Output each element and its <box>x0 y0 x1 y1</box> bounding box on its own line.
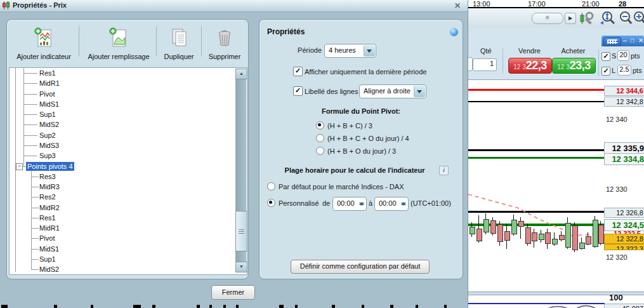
formula-radio[interactable] <box>316 147 324 155</box>
formula-radio[interactable] <box>316 121 324 130</box>
line-labels-checkbox[interactable]: ✓ <box>293 86 303 96</box>
clipped-text-fragment <box>54 305 57 308</box>
align-dropdown[interactable]: Aligner à droite <box>359 84 426 98</box>
divider <box>79 26 79 57</box>
clipped-text-fragment <box>197 305 200 308</box>
sell-button[interactable]: 12 322,3 <box>508 58 552 74</box>
last-period-checkbox[interactable]: ✓ <box>293 67 303 76</box>
tree-item[interactable]: Pivot <box>38 234 56 243</box>
quantity-input[interactable]: 1 <box>473 58 497 71</box>
tree-item[interactable]: MidS2 <box>38 265 60 274</box>
tree-scrollbar[interactable]: ▲ ▼ <box>235 69 246 272</box>
tree-item[interactable]: Sup2 <box>38 131 57 140</box>
minimize-icon[interactable]: – <box>623 36 627 46</box>
tree-item[interactable]: Sup1 <box>38 255 57 264</box>
tree-item[interactable]: MidS1 <box>38 244 60 253</box>
stop-points-input[interactable]: 20 <box>617 50 629 61</box>
divider <box>503 48 503 73</box>
axis-price-ms1-daily: 12 334,8 <box>604 153 644 165</box>
tree-item-selected[interactable]: Points pivots 4 <box>26 162 74 171</box>
time-from-spinner[interactable]: 00:00 <box>332 197 367 211</box>
candle-body <box>572 225 578 250</box>
chevron-down-icon[interactable] <box>414 86 425 97</box>
dialog-titlebar[interactable]: Propriétés - Prix ✕ <box>0 0 468 12</box>
help-bubble-icon[interactable] <box>450 28 458 36</box>
scroll-thumb[interactable] <box>235 211 247 251</box>
tree-item[interactable]: MidR2 <box>38 203 61 212</box>
formula-option-label: (H + B + C) / 3 <box>327 122 372 130</box>
clipped-text-fragment <box>223 305 226 308</box>
info-icon[interactable]: i <box>439 166 449 175</box>
candle-body <box>532 232 537 241</box>
timeframe-selector[interactable]: ≡ <box>532 13 563 24</box>
add-fill-button[interactable]: Ajouter remplissage <box>83 25 154 62</box>
indicator-tree[interactable]: Res1MidR1PivotMidS1Sup1MidS2Sup2MidS3Sup… <box>9 67 247 275</box>
add-fill-icon <box>108 27 129 48</box>
keyboard-button[interactable] <box>603 37 621 46</box>
tree-item[interactable]: Sup1 <box>38 110 57 119</box>
tree-item[interactable]: Res3 <box>38 172 57 181</box>
clipped-text-fragment <box>279 305 284 308</box>
clipped-text-fragment <box>133 305 141 308</box>
zoom-out-icon[interactable] <box>619 10 633 27</box>
axis-price: 12 342,8 <box>604 97 644 107</box>
limit-unit: pts <box>633 67 642 74</box>
limit-points-input[interactable]: 2.5 <box>617 65 631 76</box>
clipped-text-fragment <box>416 305 418 308</box>
close-dialog-button[interactable]: Fermer <box>211 285 255 300</box>
expand-arrow-button[interactable]: ▶ <box>565 13 576 24</box>
indicator-list-panel: Ajouter indicateur Ajouter remplissage D… <box>6 19 249 279</box>
stop-checkbox[interactable]: ✓ <box>601 52 610 61</box>
duplicate-button[interactable]: Dupliquer <box>159 25 199 62</box>
indicator-axis-value: 45.007 <box>604 304 644 308</box>
candle-body <box>552 239 558 244</box>
properties-panel: Propriétés Période 4 heures ✓ Afficher u… <box>259 19 463 279</box>
clipped-text-fragment <box>236 305 239 308</box>
time-to-spinner[interactable]: 00:00 <box>374 197 409 211</box>
tree-item[interactable]: MidS3 <box>38 141 60 150</box>
tree-item[interactable]: MidS2 <box>38 120 60 129</box>
last-period-label: Afficher uniquement la dernière période <box>305 68 426 76</box>
zoom-vertical-icon[interactable] <box>598 10 617 27</box>
range-title: Plage horaire pour le calcul de l'indica… <box>260 166 450 174</box>
delete-button[interactable]: Supprimer <box>204 25 246 62</box>
dialog-close-icon[interactable]: ✕ <box>452 1 463 11</box>
spinner-arrows-icon[interactable] <box>400 199 406 209</box>
tree-item[interactable]: Sup3 <box>38 151 57 160</box>
buy-button[interactable]: 12 323,3 <box>552 58 596 74</box>
limit-checkbox[interactable]: ✓ <box>601 67 610 76</box>
clipped-text-fragment <box>209 305 212 308</box>
set-default-config-button[interactable]: Définir comme configuration par défaut <box>291 260 430 274</box>
spinner-arrows-icon[interactable] <box>358 199 364 209</box>
tree-item[interactable]: Res2 <box>38 192 57 201</box>
custom-range-radio[interactable] <box>267 199 275 207</box>
chart-toolbar: ≡ ▶ <box>468 8 644 29</box>
zoom-in-icon[interactable] <box>633 10 644 27</box>
tree-branch-line <box>23 124 37 125</box>
period-dropdown[interactable]: 4 heures <box>324 44 376 58</box>
formula-radio[interactable] <box>316 134 324 142</box>
chart-settings-wrench-icon[interactable] <box>579 10 595 27</box>
candle-body <box>565 223 571 248</box>
close-panel-icon[interactable]: ✕ <box>638 36 643 46</box>
scroll-down-icon[interactable]: ▼ <box>235 262 247 272</box>
divider <box>598 50 599 76</box>
maximize-icon[interactable]: □ <box>631 36 634 46</box>
tree-item[interactable]: MidR1 <box>38 224 61 232</box>
divider <box>156 26 157 57</box>
tree-item[interactable]: Res1 <box>38 69 57 77</box>
candle-body <box>483 219 489 232</box>
tree-item[interactable]: MidR3 <box>38 182 61 191</box>
tree-item[interactable]: Pivot <box>38 90 56 98</box>
default-market-radio[interactable] <box>267 182 275 191</box>
tree-item[interactable]: Res1 <box>38 213 57 222</box>
tree-branch-line <box>23 114 37 115</box>
tree-item[interactable]: MidS1 <box>38 100 60 109</box>
time-tick-day: 28 <box>619 0 626 8</box>
add-indicator-button[interactable]: Ajouter indicateur <box>10 25 77 62</box>
clipped-text-fragment <box>1 305 8 308</box>
chevron-down-icon[interactable] <box>364 45 375 57</box>
tree-item[interactable]: MidR1 <box>38 79 61 88</box>
tree-branch-line <box>23 73 37 74</box>
scroll-up-icon[interactable]: ▲ <box>235 69 247 79</box>
